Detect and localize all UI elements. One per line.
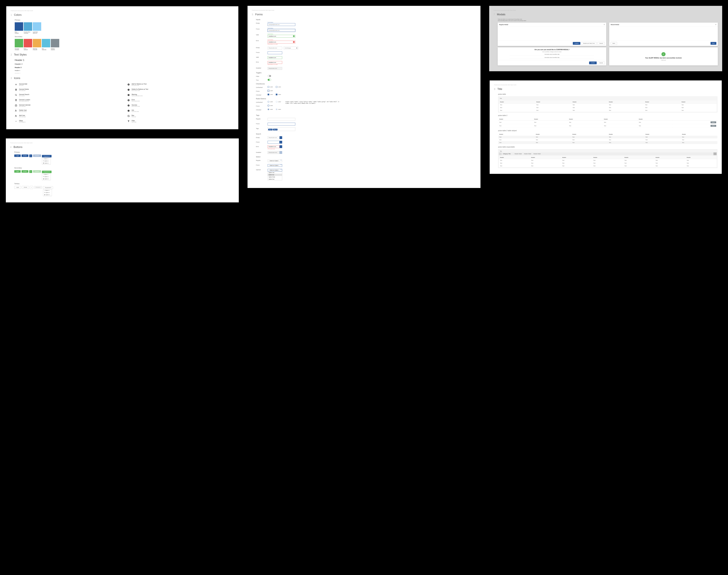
confirm-button[interactable]: Confirm	[573, 42, 580, 45]
radio[interactable]	[276, 101, 277, 103]
add-row-button[interactable]: +	[714, 153, 717, 155]
table-header: Header	[638, 118, 672, 121]
add-button[interactable]: ⊕ Add	[22, 170, 28, 173]
radio-checked[interactable]	[276, 108, 277, 110]
input-sm-error[interactable]	[267, 61, 282, 64]
trash-icon	[15, 89, 17, 91]
text-h4: Header 4	[15, 70, 234, 71]
tags-input[interactable]	[267, 118, 295, 121]
cancel-button[interactable]: Cancel	[597, 62, 605, 64]
add-button[interactable]: ⊕ Add	[22, 186, 29, 189]
filter-icon	[127, 120, 130, 123]
close-icon[interactable]: ✕	[604, 24, 605, 25]
login-button[interactable]: Login	[14, 170, 21, 173]
close-icon[interactable]: ✕	[715, 24, 716, 25]
select-option[interactable]: Option three	[268, 176, 282, 178]
plus-button[interactable]: ＋	[30, 186, 33, 189]
checkbox[interactable]	[267, 90, 269, 92]
search-button[interactable]: ⌕	[280, 136, 282, 139]
toggle-off[interactable]	[267, 75, 271, 77]
search-input[interactable]	[267, 136, 280, 139]
checkbox[interactable]	[276, 86, 277, 88]
search-button: ⌕	[280, 151, 282, 154]
radio[interactable]	[267, 101, 269, 103]
input-sm-focus[interactable]	[267, 52, 282, 54]
radio-checked[interactable]	[267, 108, 269, 110]
text-h1: Header 1	[15, 59, 234, 62]
select[interactable]: -- Select an Option --	[267, 164, 282, 167]
next-button[interactable]: Next	[711, 42, 716, 45]
confirm-button[interactable]: Confirm	[589, 62, 597, 64]
text-h2: Header 2	[15, 63, 234, 65]
regular-modal: Regular Modal✕ ConfirmDisable and Start …	[498, 23, 606, 46]
plus-button[interactable]: ＋	[29, 155, 32, 157]
toggle-on[interactable]	[267, 79, 271, 81]
dropdown-menu[interactable]: ⌕ Option 1✎ Option 1🗑 Option 1	[42, 173, 51, 180]
table-row: TextTextTextTextTextTextText	[499, 165, 717, 167]
plus-button[interactable]: ＋	[29, 170, 32, 173]
tag[interactable]: Tag ✕	[268, 129, 272, 130]
success-icon: ✓	[661, 52, 665, 56]
search-input[interactable]	[267, 145, 280, 148]
table-row: TextTextTextTextTextText	[498, 141, 717, 144]
plus-icon	[15, 83, 17, 86]
checkbox-checked[interactable]: ✓	[267, 94, 269, 95]
table-header: Header	[654, 156, 686, 159]
input-valid[interactable]	[267, 35, 295, 38]
xcirc-icon	[127, 99, 130, 102]
input-focus[interactable]	[267, 29, 295, 32]
login-button[interactable]: Login	[14, 186, 21, 189]
tag[interactable]: Tag ✕	[273, 129, 277, 130]
userplus-icon	[15, 115, 17, 117]
select-option[interactable]: Option one	[268, 171, 282, 174]
select-open[interactable]: -- Select an Option --	[267, 169, 282, 171]
expand-toggle[interactable]: –	[499, 153, 502, 155]
table-header: Header	[572, 101, 608, 103]
table-header: Header	[535, 133, 571, 136]
table-row: TextTextTextTextTextTextText	[499, 162, 717, 165]
disable-button[interactable]: Disable and Start Over	[581, 42, 597, 45]
dropdown-button[interactable]: Dropdown ▾	[42, 171, 52, 173]
add-button[interactable]: ⊕ Add	[22, 155, 28, 157]
calendar-icon[interactable]: ▦	[296, 47, 298, 49]
icon-row: Filterfas fa-filter	[127, 119, 234, 124]
table-header: Header	[533, 118, 568, 121]
icon-row: General Calendarfal fa-calendar	[15, 103, 121, 108]
color-swatch: Blue#28589C	[15, 22, 23, 34]
input-sm-valid[interactable]	[267, 56, 282, 59]
back-button[interactable]: Back	[611, 42, 617, 45]
icon-row: Warningfas fa-exclamation-circle	[127, 93, 234, 97]
table-header: Header	[568, 118, 603, 121]
login-button[interactable]: Login	[14, 155, 21, 157]
input-empty[interactable]	[267, 23, 295, 26]
section-title: Colors	[14, 13, 22, 16]
select-option[interactable]: Option two	[268, 174, 282, 176]
okcirc-icon	[127, 104, 130, 107]
checkbox-checked[interactable]: ✓	[276, 94, 277, 95]
table-header: Header	[499, 156, 530, 159]
select[interactable]: -- Select an Option --	[267, 160, 282, 162]
icon-row: Banfar fa-ban	[127, 114, 234, 118]
search-button[interactable]: ⌕	[280, 141, 282, 143]
breadcrumb: Powersource Accessories Web Style Guide	[11, 10, 234, 11]
dropdown-button[interactable]: Dropdown ▾	[43, 186, 53, 189]
checkbox[interactable]	[267, 86, 269, 88]
radio[interactable]	[267, 105, 269, 106]
action-button[interactable]: Action	[711, 122, 716, 123]
tags-input-focus[interactable]	[267, 123, 295, 126]
search-input[interactable]	[267, 141, 280, 143]
input-error[interactable]	[267, 41, 295, 43]
action-button[interactable]: Action	[711, 125, 716, 127]
dropdown-menu[interactable]: ⌕ Option 1✎ Option 1🗑 Option 1	[42, 158, 51, 164]
icon-row: Delete Userfal fa-user-minus	[15, 108, 121, 113]
page-tables: Powersource Accessories Web Style Guide …	[489, 80, 722, 174]
table-row: TextTextTextTextTextAction	[498, 121, 717, 124]
table-row: TextTextTextTextTextTextText	[499, 159, 717, 162]
dropdown-button[interactable]: Dropdown ▾	[42, 155, 52, 157]
search-button[interactable]: ⌕	[280, 145, 282, 148]
radio-code: <input type="radio" class="pulse-radio" …	[285, 101, 339, 112]
cancel-button[interactable]: Cancel	[597, 42, 605, 45]
input-sm-empty[interactable]	[267, 47, 282, 49]
select-option[interactable]: Option four	[268, 178, 282, 180]
dropdown-menu[interactable]: ⌕ Option 1✎ Option 1🗑 Option 1	[43, 189, 52, 196]
